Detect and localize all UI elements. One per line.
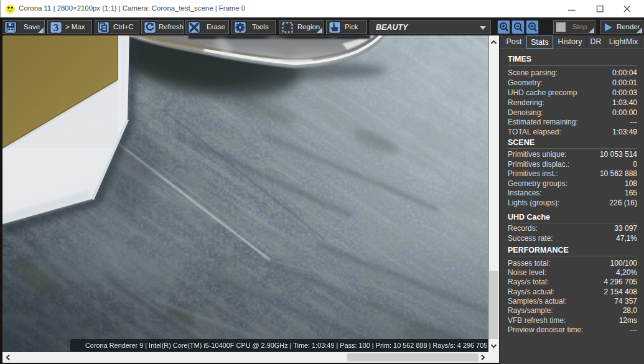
svg-text:3: 3 [54, 22, 59, 34]
